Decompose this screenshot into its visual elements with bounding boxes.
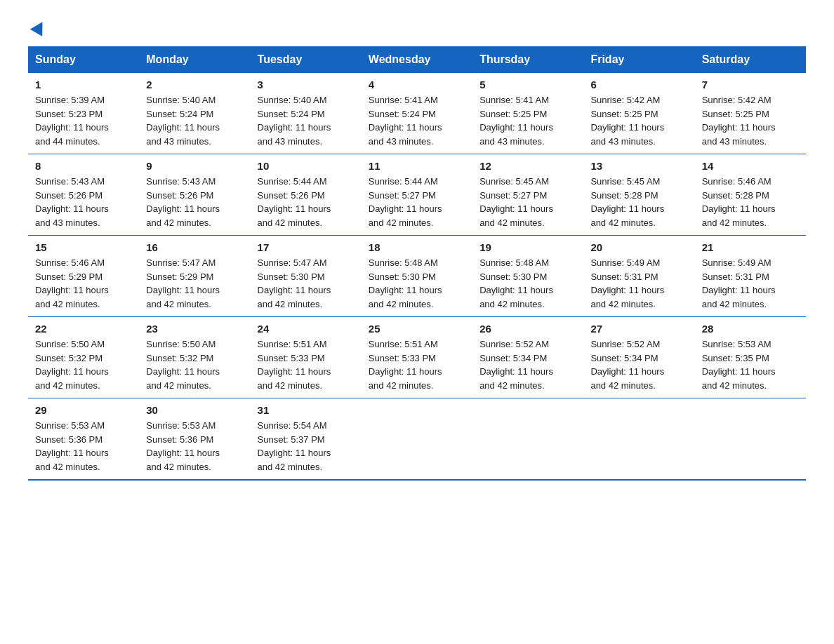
day-number: 6: [590, 79, 687, 90]
day-number: 24: [258, 323, 355, 335]
day-info: Sunrise: 5:46 AMSunset: 5:28 PMDaylight:…: [702, 176, 776, 228]
calendar-cell: 9 Sunrise: 5:43 AMSunset: 5:26 PMDayligh…: [139, 154, 250, 236]
logo: [28, 21, 46, 34]
calendar-cell: 13 Sunrise: 5:45 AMSunset: 5:28 PMDaylig…: [583, 154, 694, 236]
day-number: 28: [702, 323, 799, 335]
day-info: Sunrise: 5:45 AMSunset: 5:27 PMDaylight:…: [479, 176, 553, 228]
day-info: Sunrise: 5:42 AMSunset: 5:25 PMDaylight:…: [702, 95, 776, 147]
day-info: Sunrise: 5:51 AMSunset: 5:33 PMDaylight:…: [369, 339, 442, 391]
calendar-cell: [695, 398, 806, 481]
day-info: Sunrise: 5:40 AMSunset: 5:24 PMDaylight:…: [258, 95, 331, 147]
day-info: Sunrise: 5:53 AMSunset: 5:36 PMDaylight:…: [146, 420, 220, 472]
day-number: 8: [35, 160, 132, 172]
day-number: 11: [369, 160, 465, 172]
calendar-cell: 1 Sunrise: 5:39 AMSunset: 5:23 PMDayligh…: [28, 73, 139, 154]
header-friday: Friday: [583, 46, 694, 73]
day-info: Sunrise: 5:47 AMSunset: 5:29 PMDaylight:…: [146, 257, 220, 309]
day-number: 22: [35, 323, 132, 335]
day-number: 15: [35, 241, 132, 253]
day-number: 14: [702, 160, 799, 172]
week-row-4: 22 Sunrise: 5:50 AMSunset: 5:32 PMDaylig…: [28, 317, 806, 398]
day-info: Sunrise: 5:45 AMSunset: 5:28 PMDaylight:…: [590, 176, 664, 228]
day-info: Sunrise: 5:43 AMSunset: 5:26 PMDaylight:…: [146, 176, 220, 228]
day-info: Sunrise: 5:50 AMSunset: 5:32 PMDaylight:…: [146, 339, 220, 391]
day-number: 20: [590, 241, 687, 253]
week-row-2: 8 Sunrise: 5:43 AMSunset: 5:26 PMDayligh…: [28, 154, 806, 236]
day-info: Sunrise: 5:39 AMSunset: 5:23 PMDaylight:…: [35, 95, 109, 147]
day-number: 7: [702, 79, 799, 90]
logo-triangle-icon: [30, 18, 48, 36]
calendar-cell: [362, 398, 472, 481]
day-number: 18: [369, 241, 465, 253]
calendar-cell: 4 Sunrise: 5:41 AMSunset: 5:24 PMDayligh…: [362, 73, 472, 154]
calendar-cell: 17 Sunrise: 5:47 AMSunset: 5:30 PMDaylig…: [251, 236, 362, 317]
calendar-cell: [472, 398, 583, 481]
calendar-cell: 25 Sunrise: 5:51 AMSunset: 5:33 PMDaylig…: [362, 317, 472, 398]
day-info: Sunrise: 5:42 AMSunset: 5:25 PMDaylight:…: [590, 95, 664, 147]
day-number: 30: [146, 404, 243, 416]
calendar-cell: 8 Sunrise: 5:43 AMSunset: 5:26 PMDayligh…: [28, 154, 139, 236]
calendar-cell: 3 Sunrise: 5:40 AMSunset: 5:24 PMDayligh…: [251, 73, 362, 154]
day-number: 21: [702, 241, 799, 253]
day-number: 23: [146, 323, 243, 335]
day-number: 1: [35, 79, 132, 90]
calendar-cell: 24 Sunrise: 5:51 AMSunset: 5:33 PMDaylig…: [251, 317, 362, 398]
day-number: 19: [479, 241, 576, 253]
logo-blue-text: [28, 21, 46, 34]
calendar-cell: 22 Sunrise: 5:50 AMSunset: 5:32 PMDaylig…: [28, 317, 139, 398]
day-info: Sunrise: 5:48 AMSunset: 5:30 PMDaylight:…: [479, 257, 553, 309]
day-info: Sunrise: 5:52 AMSunset: 5:34 PMDaylight:…: [479, 339, 553, 391]
calendar-cell: 15 Sunrise: 5:46 AMSunset: 5:29 PMDaylig…: [28, 236, 139, 317]
day-number: 26: [479, 323, 576, 335]
day-info: Sunrise: 5:46 AMSunset: 5:29 PMDaylight:…: [35, 257, 109, 309]
header-saturday: Saturday: [695, 46, 806, 73]
day-number: 25: [369, 323, 465, 335]
calendar-cell: 16 Sunrise: 5:47 AMSunset: 5:29 PMDaylig…: [139, 236, 250, 317]
calendar-cell: [583, 398, 694, 481]
calendar-cell: 10 Sunrise: 5:44 AMSunset: 5:26 PMDaylig…: [251, 154, 362, 236]
header-tuesday: Tuesday: [251, 46, 362, 73]
day-number: 13: [590, 160, 687, 172]
day-info: Sunrise: 5:49 AMSunset: 5:31 PMDaylight:…: [590, 257, 664, 309]
calendar-cell: 27 Sunrise: 5:52 AMSunset: 5:34 PMDaylig…: [583, 317, 694, 398]
week-row-5: 29 Sunrise: 5:53 AMSunset: 5:36 PMDaylig…: [28, 398, 806, 481]
day-info: Sunrise: 5:53 AMSunset: 5:35 PMDaylight:…: [702, 339, 776, 391]
day-info: Sunrise: 5:52 AMSunset: 5:34 PMDaylight:…: [590, 339, 664, 391]
calendar-table: SundayMondayTuesdayWednesdayThursdayFrid…: [28, 46, 806, 481]
calendar-cell: 11 Sunrise: 5:44 AMSunset: 5:27 PMDaylig…: [362, 154, 472, 236]
page-header: [28, 21, 806, 34]
day-number: 2: [146, 79, 243, 90]
day-number: 4: [369, 79, 465, 90]
day-number: 29: [35, 404, 132, 416]
day-number: 16: [146, 241, 243, 253]
day-number: 31: [258, 404, 355, 416]
day-info: Sunrise: 5:41 AMSunset: 5:25 PMDaylight:…: [479, 95, 553, 147]
day-number: 3: [258, 79, 355, 90]
calendar-cell: 2 Sunrise: 5:40 AMSunset: 5:24 PMDayligh…: [139, 73, 250, 154]
day-number: 9: [146, 160, 243, 172]
day-info: Sunrise: 5:40 AMSunset: 5:24 PMDaylight:…: [146, 95, 220, 147]
day-info: Sunrise: 5:44 AMSunset: 5:26 PMDaylight:…: [258, 176, 331, 228]
day-info: Sunrise: 5:51 AMSunset: 5:33 PMDaylight:…: [258, 339, 331, 391]
day-number: 10: [258, 160, 355, 172]
calendar-cell: 29 Sunrise: 5:53 AMSunset: 5:36 PMDaylig…: [28, 398, 139, 481]
calendar-cell: 18 Sunrise: 5:48 AMSunset: 5:30 PMDaylig…: [362, 236, 472, 317]
calendar-cell: 31 Sunrise: 5:54 AMSunset: 5:37 PMDaylig…: [251, 398, 362, 481]
calendar-cell: 30 Sunrise: 5:53 AMSunset: 5:36 PMDaylig…: [139, 398, 250, 481]
calendar-cell: 21 Sunrise: 5:49 AMSunset: 5:31 PMDaylig…: [695, 236, 806, 317]
header-sunday: Sunday: [28, 46, 139, 73]
day-info: Sunrise: 5:49 AMSunset: 5:31 PMDaylight:…: [702, 257, 776, 309]
header-wednesday: Wednesday: [362, 46, 472, 73]
calendar-cell: 19 Sunrise: 5:48 AMSunset: 5:30 PMDaylig…: [472, 236, 583, 317]
week-row-3: 15 Sunrise: 5:46 AMSunset: 5:29 PMDaylig…: [28, 236, 806, 317]
day-info: Sunrise: 5:43 AMSunset: 5:26 PMDaylight:…: [35, 176, 109, 228]
day-info: Sunrise: 5:53 AMSunset: 5:36 PMDaylight:…: [35, 420, 109, 472]
calendar-cell: 23 Sunrise: 5:50 AMSunset: 5:32 PMDaylig…: [139, 317, 250, 398]
calendar-cell: 7 Sunrise: 5:42 AMSunset: 5:25 PMDayligh…: [695, 73, 806, 154]
day-info: Sunrise: 5:47 AMSunset: 5:30 PMDaylight:…: [258, 257, 331, 309]
day-info: Sunrise: 5:54 AMSunset: 5:37 PMDaylight:…: [258, 420, 331, 472]
header-monday: Monday: [139, 46, 250, 73]
calendar-cell: 28 Sunrise: 5:53 AMSunset: 5:35 PMDaylig…: [695, 317, 806, 398]
week-row-1: 1 Sunrise: 5:39 AMSunset: 5:23 PMDayligh…: [28, 73, 806, 154]
day-number: 12: [479, 160, 576, 172]
